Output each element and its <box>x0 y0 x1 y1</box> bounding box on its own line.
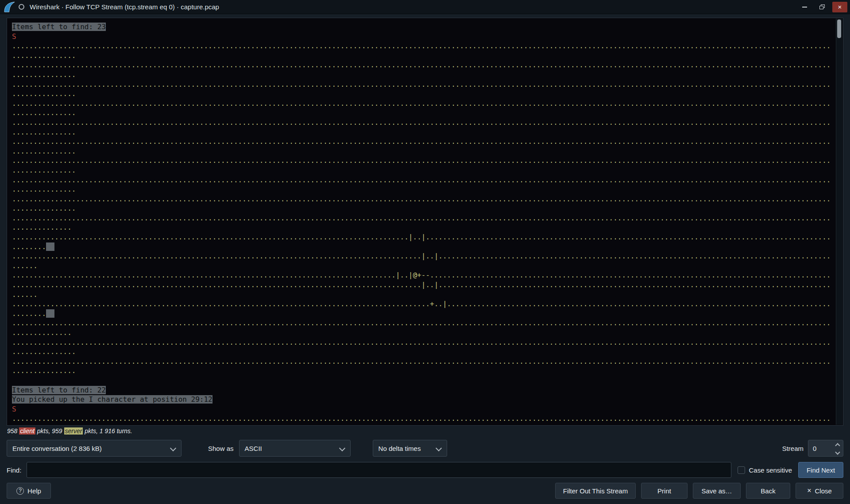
close-icon: × <box>838 4 842 10</box>
controls-row: Entire conversation (2 836 kB) Show as A… <box>7 440 843 457</box>
selection-highlight <box>46 309 54 318</box>
chevron-down-icon <box>339 445 345 451</box>
stream-line: ........................................… <box>12 60 836 70</box>
chevron-down-icon <box>170 445 176 451</box>
close-button-label: Close <box>815 487 831 495</box>
stream-line: ........ <box>12 309 836 319</box>
spin-up-icon[interactable] <box>835 443 840 448</box>
stream-line: You picked up the I character at positio… <box>12 395 836 404</box>
stream-number-value: 0 <box>813 445 816 452</box>
chevron-down-icon <box>435 445 441 451</box>
help-icon: ? <box>16 487 24 495</box>
stream-line: ........................................… <box>12 318 836 328</box>
stream-line: ............... <box>12 165 836 175</box>
case-sensitive-label: Case sensitive <box>749 466 792 474</box>
show-as-label: Show as <box>208 445 234 452</box>
stream-line: ............... <box>12 204 836 213</box>
window-icon <box>19 4 24 10</box>
stream-content[interactable]: Items left to find: 23S.................… <box>8 19 836 425</box>
scrollbar-thumb[interactable] <box>837 19 841 38</box>
stream-line: ............... <box>12 347 836 357</box>
stream-line: ........................................… <box>12 80 836 89</box>
find-row: Find: Case sensitive Find Next <box>7 462 843 478</box>
stream-number-spinner[interactable]: 0 <box>808 440 843 457</box>
selection-highlight: Items left to find: 22 <box>12 386 106 394</box>
selection-highlight <box>46 242 54 251</box>
stream-line: ........................................… <box>12 213 836 223</box>
selection-highlight: You picked up the I character at positio… <box>12 395 212 404</box>
close-window-button[interactable]: × <box>832 2 847 12</box>
stream-line: ........................................… <box>12 232 836 242</box>
minimize-button[interactable] <box>797 2 812 12</box>
stream-line: ...... <box>12 261 836 271</box>
delta-times-select[interactable]: No delta times <box>373 440 447 457</box>
stream-line: Items left to find: 23 <box>12 22 836 32</box>
window-controls: × <box>797 2 847 12</box>
wireshark-logo-icon <box>4 1 15 13</box>
maximize-icon <box>819 4 825 9</box>
stream-line: ........................................… <box>12 357 836 366</box>
stats-text: pkts, 959 <box>35 427 64 435</box>
stream-line: .............. <box>12 223 836 232</box>
titlebar: Wireshark · Follow TCP Stream (tcp.strea… <box>0 0 850 14</box>
maximize-button[interactable] <box>815 2 830 12</box>
minimize-icon <box>802 7 807 8</box>
conversation-select-value: Entire conversation (2 836 kB) <box>12 445 102 452</box>
stream-line: ............... <box>12 70 836 80</box>
stream-line: ........................................… <box>12 156 836 165</box>
stream-line: ............... <box>12 51 836 61</box>
conversation-select[interactable]: Entire conversation (2 836 kB) <box>7 440 182 457</box>
stream-line: ........................................… <box>12 280 836 290</box>
close-button[interactable]: × Close <box>796 483 843 499</box>
stream-line: Items left to find: 22 <box>12 385 836 395</box>
help-button-label: Help <box>27 487 41 495</box>
packet-stats: 958 client pkts, 959 server pkts, 1 916 … <box>7 427 132 435</box>
stream-line: ........................................… <box>12 194 836 204</box>
find-label: Find: <box>7 466 21 474</box>
stream-line: ........................................… <box>12 251 836 261</box>
print-button[interactable]: Print <box>641 483 688 499</box>
close-icon: × <box>807 487 811 494</box>
stream-line: ........................................… <box>12 137 836 146</box>
help-button[interactable]: ? Help <box>7 483 51 499</box>
window-title: Wireshark · Follow TCP Stream (tcp.strea… <box>30 3 219 11</box>
stream-line: ...... <box>12 290 836 300</box>
stats-client-chip: client <box>19 427 35 435</box>
stream-line: S <box>12 32 836 42</box>
stream-line: S <box>12 404 836 414</box>
selection-highlight: Items left to find: 23 <box>12 23 106 31</box>
spin-down-icon[interactable] <box>835 450 840 454</box>
stream-line: .............. <box>12 328 836 338</box>
stream-line: ........................................… <box>12 175 836 185</box>
stream-line: ........................................… <box>12 118 836 127</box>
footer-right-buttons: Filter Out This Stream Print Save as… Ba… <box>555 483 843 499</box>
stream-label: Stream <box>782 445 804 452</box>
stream-line: ............... <box>12 89 836 99</box>
stream-line: ........................................… <box>12 414 836 423</box>
stream-line: ........................................… <box>12 41 836 51</box>
find-next-button[interactable]: Find Next <box>798 462 843 478</box>
vertical-scrollbar[interactable] <box>836 19 842 425</box>
case-sensitive-checkbox[interactable] <box>738 466 745 474</box>
stream-line: ........ <box>12 242 836 252</box>
spinner-arrows <box>836 444 839 454</box>
back-button[interactable]: Back <box>746 483 790 499</box>
stream-line: ............... <box>12 127 836 137</box>
filter-out-stream-button[interactable]: Filter Out This Stream <box>555 483 636 499</box>
show-as-select[interactable]: ASCII <box>239 440 351 457</box>
stats-text: 958 <box>7 427 19 435</box>
footer-button-row: ? Help Filter Out This Stream Print Save… <box>7 482 843 499</box>
find-input[interactable] <box>27 462 731 478</box>
stream-line: ........................................… <box>12 270 836 280</box>
stream-line: ........................................… <box>12 299 836 309</box>
stats-text: pkts, 1 916 turns. <box>83 427 132 435</box>
stream-line: ............... <box>12 108 836 118</box>
stream-line: ........................................… <box>12 338 836 347</box>
stats-server-chip: server <box>64 427 83 435</box>
delta-times-select-value: No delta times <box>379 445 421 452</box>
save-as-button[interactable]: Save as… <box>693 483 741 499</box>
stream-line: ............... <box>12 185 836 194</box>
show-as-select-value: ASCII <box>245 445 262 452</box>
stream-line: ............... <box>12 146 836 156</box>
stream-line: ............... <box>12 366 836 376</box>
